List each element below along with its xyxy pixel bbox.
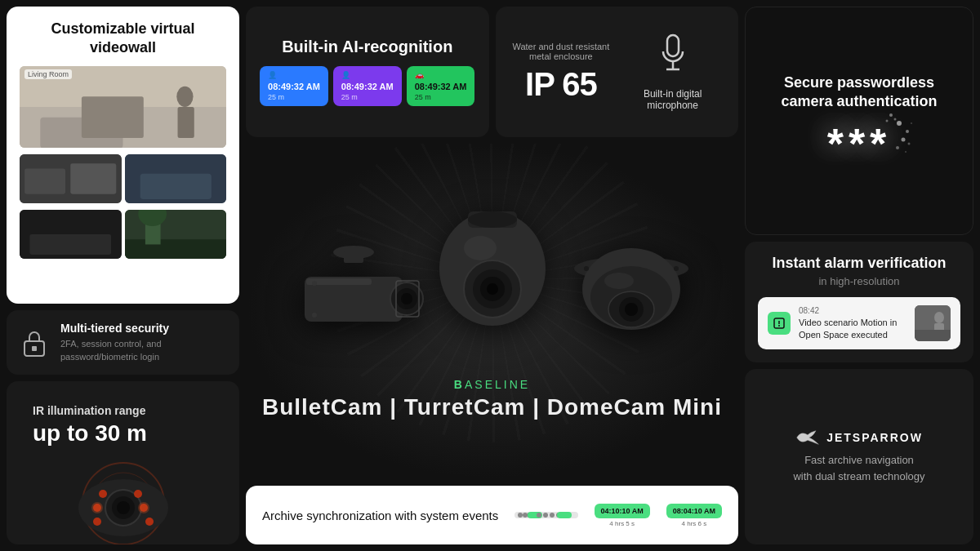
ip-number: IP 65 [525,66,597,103]
ir-range: up to 30 m [33,420,213,447]
basement-yard-row: Basement Yard [20,210,226,259]
archive-card: Archive synchronization with system even… [246,486,738,544]
mic-label: Built-in digital microphone [620,88,725,111]
svg-point-70 [911,122,912,124]
svg-point-68 [908,143,911,145]
security-text: Multi-tiered security 2FA, session contr… [60,322,226,363]
ip-right: Built-in digital microphone [620,20,725,124]
camera-showcase-card: BASELINE BulletCam | TurretCam | DomeCam… [246,144,738,479]
brand-line: BASELINE [262,378,722,391]
timeline-dot-5 [543,513,548,518]
ai-badge-blue-dist: 25 m [268,93,320,101]
svg-point-54 [468,211,517,228]
dome-cam [558,244,705,370]
svg-point-28 [134,490,142,498]
security-description: 2FA, session control, and password/biome… [60,338,226,363]
svg-point-61 [604,273,634,289]
car-icon: 🚗 [415,71,467,79]
particle-burst [850,111,915,180]
alarm-subtitle: in high-resolution [758,275,960,287]
password-visual: *** [827,119,892,168]
ai-badge-green: 🚗 08:49:32 AM 25 m [407,66,475,106]
jetsparrow-card: JETSPARROW Fast archive navigation with … [745,369,973,544]
svg-point-26 [99,490,107,498]
lock-icon [20,328,49,358]
ip-card: Water and dust resistant metal enclosure… [496,7,739,137]
archive-timeline [514,512,577,518]
person-icon: 👤 [268,71,320,79]
svg-point-32 [138,502,149,513]
top-row: Built-in AI-recognition 👤 08:49:32 AM 25… [246,7,738,137]
svg-point-4 [176,86,193,106]
svg-point-45 [312,281,317,286]
archive-label: Archive synchronization with system even… [262,509,498,522]
svg-point-31 [91,502,103,513]
svg-point-73 [896,146,899,149]
bedroom-cell: Bedroom 👁 [125,154,227,203]
svg-rect-18 [32,346,37,351]
ir-card: IR illumination range up to 30 m [7,381,239,544]
ai-card: Built-in AI-recognition 👤 08:49:32 AM 25… [246,7,489,137]
svg-point-64 [897,121,902,126]
archive-badge-2-sub: 4 hrs 6 s [682,520,707,527]
alarm-notification: 08:42 Video scenario Motion in Open Spac… [758,297,960,349]
ai-badge-purple-dist: 25 m [341,93,394,101]
videowall-title: Customizable virtual videowall [20,20,226,58]
bullet-cam [280,236,427,370]
svg-point-24 [117,501,130,514]
svg-rect-3 [82,96,144,138]
alarm-notif-time: 08:42 [799,306,906,315]
archive-badge-2-container: 08:04:10 AM 4 hrs 6 s [666,504,722,527]
ai-badge-green-time: 08:49:32 AM [415,82,467,91]
svg-point-66 [902,138,906,142]
svg-point-60 [625,303,638,316]
camera-area [280,203,705,370]
microphone-icon [658,33,688,82]
password-card: Secure passwordless camera authenticatio… [745,7,973,235]
svg-rect-33 [667,35,679,56]
ai-badge-blue-time: 08:49:32 AM [268,82,320,91]
svg-point-29 [93,518,101,526]
svg-point-72 [905,151,906,153]
brand-section: BASELINE BulletCam | TurretCam | DomeCam… [262,378,722,420]
svg-point-71 [886,120,889,122]
jetsparrow-description: Fast archive navigation with dual stream… [793,452,924,484]
ai-badges: 👤 08:49:32 AM 25 m 👤 08:49:32 AM 25 m 🚗 … [260,66,474,106]
timeline-dot-6 [550,513,555,518]
camera-names: BulletCam | TurretCam | DomeCam Mini [262,394,722,420]
archive-badge-1-container: 04:10:10 AM 4 hrs 5 s [595,504,650,527]
svg-point-67 [894,118,897,121]
jetsparrow-logo: JETSPARROW [795,429,923,446]
right-column: Secure passwordless camera authenticatio… [745,7,973,544]
svg-point-46 [312,313,317,318]
ai-badge-green-dist: 25 m [415,93,467,101]
timeline-event-2 [557,512,572,518]
svg-point-52 [464,236,497,260]
living-room-label: Living Room [24,69,72,79]
password-title: Secure passwordless camera authenticatio… [759,73,960,112]
ir-label: IR illumination range [33,404,213,417]
svg-rect-8 [70,163,116,193]
archive-badge-1-time: 04:10:10 AM [595,504,650,518]
ir-text: IR illumination range up to 30 m [20,393,226,458]
alarm-card: Instant alarm verification in high-resol… [745,242,973,362]
ai-title: Built-in AI-recognition [282,38,452,56]
svg-rect-5 [178,107,194,138]
svg-point-78 [934,312,944,323]
basement-cell: Basement [20,210,122,259]
svg-rect-14 [125,239,227,259]
jetsparrow-name: JETSPARROW [826,431,923,444]
alarm-notif-desc: Video scenario Motion in Open Space exec… [799,317,906,340]
brand-b: B [454,378,465,391]
person-icon-2: 👤 [341,71,394,79]
archive-badge-1-sub: 4 hrs 5 s [609,520,635,527]
security-title: Multi-tiered security [60,322,226,335]
brand-rest: ASELINE [465,378,530,391]
svg-point-63 [674,266,679,271]
videowall-card: Customizable virtual videowall Living Ro… [7,7,239,304]
turret-cam [411,203,574,370]
timeline-track [514,512,577,518]
left-column: Customizable virtual videowall Living Ro… [7,7,239,544]
ip-left: Water and dust resistant metal enclosure… [509,20,614,124]
svg-rect-37 [344,251,363,263]
